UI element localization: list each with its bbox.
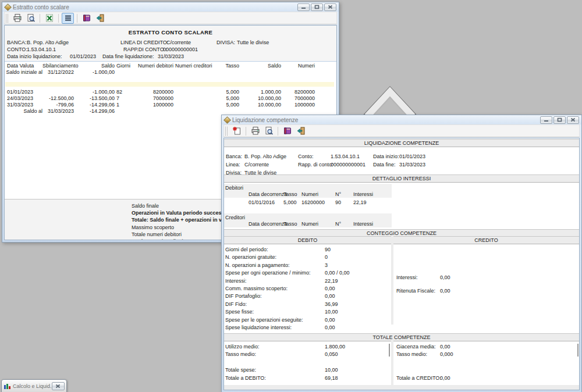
window2-titlebar[interactable]: Liquidazione competenze bbox=[222, 115, 581, 124]
rapp-conto-label: RAPP.DI CONTO : bbox=[123, 47, 167, 52]
scalare-list-icon bbox=[63, 13, 73, 23]
data-fine-label: Data fine: bbox=[373, 162, 396, 168]
recalculate-page-icon bbox=[232, 126, 242, 136]
item-row: N. operazioni gratuite:0 bbox=[224, 254, 579, 261]
item-row: Spese liquidazione interessi:0,00 bbox=[224, 324, 579, 331]
item-label: Spese fisse: bbox=[225, 308, 254, 315]
recalculate-button[interactable] bbox=[230, 126, 243, 137]
window1-title: Estratto conto scalare bbox=[13, 4, 69, 10]
data-fine-value: 31/03/2023 bbox=[399, 162, 425, 168]
item-row: Ritenuta Fiscale:0,00 bbox=[224, 287, 579, 294]
item-label: Tasso medio: bbox=[396, 351, 427, 358]
item-label: Interessi: bbox=[396, 274, 418, 281]
divider-thumb bbox=[577, 344, 579, 357]
table-cell: 24/03/2023 bbox=[5, 95, 42, 102]
minimized-window-close-button[interactable] bbox=[52, 382, 65, 390]
section-bar-dettaglio-interessi: DETTAGLIO INTERESSI bbox=[224, 174, 579, 183]
table-cell: -13.500,00 bbox=[74, 95, 115, 102]
section-bar-totale-competenze: TOTALE COMPETENZE bbox=[224, 333, 579, 341]
print-button[interactable] bbox=[249, 126, 261, 137]
column-header: Giorni bbox=[115, 63, 127, 69]
item-row: Spese fisse:10,00 bbox=[224, 308, 579, 315]
item-row: N. operazioni a pagamento:3 bbox=[224, 262, 579, 269]
window2-title: Liquidazione competenze bbox=[232, 117, 298, 123]
table-row: 01/01/2023-1.000,008282000005,0001.000,0… bbox=[5, 89, 315, 95]
item-value: 0 bbox=[325, 254, 328, 261]
manual-button[interactable] bbox=[281, 126, 293, 137]
item-row bbox=[224, 366, 579, 373]
exit-button[interactable] bbox=[294, 126, 307, 137]
column-header: Numeri bbox=[301, 191, 318, 197]
report-header: ESTRATTO CONTO SCALARE BANCA: B. Pop. Al… bbox=[5, 26, 336, 62]
manual-button[interactable] bbox=[80, 13, 93, 24]
column-header: N° bbox=[335, 221, 341, 227]
exit-button[interactable] bbox=[94, 13, 106, 24]
window2-close-button[interactable] bbox=[567, 116, 579, 124]
highlighted-empty-row[interactable] bbox=[5, 82, 334, 87]
saldo-al-date: 31/03/2023 bbox=[42, 108, 74, 115]
item-value: 90 bbox=[325, 246, 331, 253]
item-label: N. operazioni a pagamento: bbox=[225, 262, 290, 269]
item-value: 0,00 bbox=[440, 274, 450, 281]
print-preview-button[interactable] bbox=[262, 126, 275, 137]
window1-titlebar[interactable]: Estratto conto scalare bbox=[2, 2, 339, 12]
item-label: DIF Fido: bbox=[225, 301, 247, 308]
column-header: Sbilanciamento bbox=[42, 63, 74, 69]
minimized-window-title: Calcolo e Liquid... bbox=[13, 383, 52, 389]
debito-column-header: DEBITO bbox=[224, 236, 391, 244]
linea-label: Linea: bbox=[226, 162, 240, 168]
column-header: Tasso bbox=[283, 221, 297, 227]
table-cell: 1.000,00 bbox=[239, 89, 281, 95]
column-header: Interessi bbox=[353, 191, 373, 197]
item-row: Totale a CREDITO:0,00 bbox=[224, 375, 579, 382]
table-cell: -1.000,00 bbox=[74, 89, 115, 95]
column-header: Numeri creditori bbox=[173, 63, 209, 69]
minimized-window-calcolo-e-liquidazione[interactable]: Calcolo e Liquid... bbox=[1, 379, 67, 392]
data-inizio-label: Data inizio liquidazione: bbox=[7, 54, 62, 59]
item-row: Giorni del periodo:90 bbox=[224, 246, 579, 253]
manual-book-icon bbox=[283, 126, 292, 136]
export-excel-button[interactable] bbox=[43, 13, 55, 24]
close-icon bbox=[55, 384, 61, 389]
print-icon bbox=[251, 126, 260, 136]
table-cell: 7 bbox=[115, 95, 127, 102]
summary-label: Saldo finale bbox=[132, 202, 159, 209]
window-liquidazione-competenze: Liquidazione competenze bbox=[221, 115, 582, 392]
print-button[interactable] bbox=[11, 13, 23, 24]
item-value: 36,99 bbox=[325, 301, 338, 308]
item-label: Giorni del periodo: bbox=[225, 246, 268, 253]
item-label: N. operazioni gratuite: bbox=[225, 254, 276, 261]
rapp-conto-value: 000000000001 bbox=[163, 47, 198, 52]
table-row: 31/03/2023-799,06-14.299,06110000005,000… bbox=[5, 102, 315, 108]
desktop: Estratto conto scalare bbox=[0, 0, 582, 392]
column-header: Data decorrenza bbox=[249, 221, 288, 227]
close-icon bbox=[570, 117, 576, 122]
banca-value: B. Pop. Alto Adige bbox=[244, 154, 286, 159]
window2-maximize-button[interactable] bbox=[553, 116, 566, 124]
item-value: 0,00 bbox=[440, 375, 450, 382]
item-value: 0,00 bbox=[325, 324, 335, 331]
saldo-iniziale-label: Saldo iniziale al bbox=[5, 69, 42, 76]
manual-book-icon bbox=[82, 13, 91, 23]
item-label: Totale a CREDITO: bbox=[396, 375, 441, 382]
app-diamond-icon bbox=[223, 116, 231, 124]
exit-door-icon bbox=[296, 126, 306, 136]
table-cell: 5,000 bbox=[209, 95, 239, 102]
data-fine-label: Data fine liquidazione: bbox=[102, 54, 154, 59]
window2-minimize-button[interactable] bbox=[540, 116, 552, 124]
window1-close-button[interactable] bbox=[324, 3, 336, 11]
rapp-conto-value: 000000000001 bbox=[331, 162, 365, 168]
data-fine-value: 31/03/2023 bbox=[158, 54, 184, 59]
item-label: Spese per le operazioni eseguite: bbox=[225, 316, 303, 323]
item-row: Spese per le operazioni eseguite:0,00 bbox=[224, 316, 579, 323]
saldo-iniziale-date: 31/12/2022 bbox=[42, 69, 74, 76]
section-bar-liquidazione: LIQUIDAZIONE COMPETENZE bbox=[224, 139, 579, 147]
print-preview-button[interactable] bbox=[24, 13, 37, 24]
scalare-view-button[interactable] bbox=[62, 13, 74, 24]
table-cell: 1000000 bbox=[281, 102, 315, 108]
maximize-icon bbox=[314, 5, 320, 9]
window1-maximize-button[interactable] bbox=[311, 3, 323, 11]
credito-column-header: CREDITO bbox=[393, 236, 579, 244]
window1-minimize-button[interactable] bbox=[297, 3, 310, 11]
table-cell: 7000000 bbox=[127, 95, 173, 102]
